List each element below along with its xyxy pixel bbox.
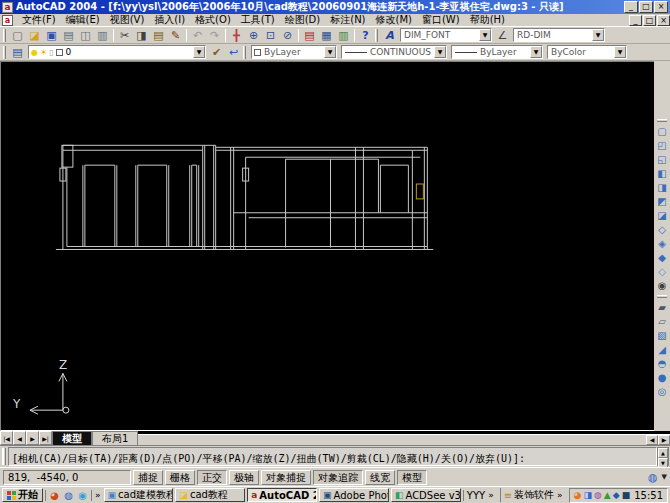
status-toggle-button[interactable]: 模型 bbox=[397, 470, 427, 485]
view-toolbar-button[interactable]: ◈ bbox=[655, 237, 670, 251]
toolbar-button[interactable]: ◫ bbox=[77, 28, 94, 43]
surface-toolbar-button[interactable]: ◢ bbox=[655, 343, 670, 357]
chevron-down-icon[interactable]: ▼ bbox=[479, 29, 491, 41]
menu-item[interactable]: 视图(V) bbox=[105, 13, 150, 27]
help-button[interactable]: ? bbox=[357, 28, 374, 43]
toolbar-button[interactable]: ▢ bbox=[9, 28, 26, 43]
text-style-icon[interactable]: A bbox=[381, 28, 398, 43]
text-style-combo[interactable]: DIM_FONT ▼ bbox=[400, 28, 492, 42]
toolbar-button[interactable]: ↶ bbox=[189, 28, 206, 43]
status-toggle-button[interactable]: 正交 bbox=[197, 470, 227, 485]
tray-icon[interactable]: ▲ bbox=[604, 491, 611, 500]
scroll-left-icon[interactable]: ◀ bbox=[646, 435, 658, 445]
quick-launch-icon[interactable]: ◕ bbox=[48, 490, 61, 501]
menu-item[interactable]: 文件(F) bbox=[17, 13, 61, 27]
status-toggle-button[interactable]: 对象追踪 bbox=[313, 470, 363, 485]
tray-icon[interactable]: ◕ bbox=[574, 491, 582, 500]
chevron-down-icon[interactable]: ▼ bbox=[592, 29, 604, 41]
toolbar-button[interactable]: ◪ bbox=[26, 28, 43, 43]
status-menu-caret-icon[interactable]: ▼ bbox=[662, 473, 667, 481]
view-toolbar-button[interactable]: ◧ bbox=[655, 167, 670, 181]
tab-nav-button[interactable]: ◀ bbox=[13, 431, 26, 445]
command-input[interactable]: [相机(CA)/目标(TA)/距离(D)/点(PO)/平移(PA)/缩放(Z)/… bbox=[8, 447, 657, 466]
view-toolbar-button[interactable]: ◪ bbox=[655, 209, 670, 223]
status-toggle-button[interactable]: 栅格 bbox=[165, 470, 195, 485]
chevron-icon[interactable]: » bbox=[94, 490, 102, 500]
layout-tab[interactable]: 模型 bbox=[52, 431, 92, 445]
quick-launch-icon[interactable]: ◍ bbox=[62, 490, 75, 501]
tab-nav-button[interactable]: ▶| bbox=[39, 431, 52, 445]
taskbar-task-button[interactable]: ◧ ACDSee v3.1... bbox=[391, 488, 461, 502]
toolbar-button[interactable]: ↷ bbox=[206, 28, 223, 43]
view-toolbar-button[interactable]: ◇ bbox=[655, 265, 670, 279]
tray-icon[interactable]: ◆ bbox=[613, 491, 620, 500]
status-toggle-button[interactable]: 对象捕捉 bbox=[261, 470, 311, 485]
view-toolbar-button[interactable]: ◇ bbox=[655, 223, 670, 237]
surface-toolbar-button[interactable]: ▧ bbox=[655, 329, 670, 343]
toolbar-grip[interactable] bbox=[657, 119, 667, 122]
status-toggle-button[interactable]: 极轴 bbox=[229, 470, 259, 485]
scroll-right-icon[interactable]: ▶ bbox=[658, 435, 670, 445]
layer-previous-icon[interactable]: ↩ bbox=[225, 45, 242, 60]
tab-nav-button[interactable]: |◀ bbox=[0, 431, 13, 445]
toolbar-button[interactable]: ⊕ bbox=[245, 28, 262, 43]
desktop-toolbar-decor[interactable]: ≡ 装饰软件 » bbox=[500, 488, 567, 502]
view-toolbar-button[interactable]: ▢ bbox=[655, 125, 670, 139]
toolbar-button[interactable]: ✂ bbox=[116, 28, 133, 43]
menu-item[interactable]: 插入(I) bbox=[149, 13, 190, 27]
scroll-up-icon[interactable]: ▲ bbox=[658, 448, 668, 458]
menu-item[interactable]: 帮助(H) bbox=[465, 13, 510, 27]
status-toggle-button[interactable]: 捕捉 bbox=[133, 470, 163, 485]
toolbar-button[interactable]: ▣ bbox=[43, 28, 60, 43]
chevron-down-icon[interactable]: ▼ bbox=[614, 46, 626, 58]
toolbar-grip[interactable] bbox=[243, 46, 246, 59]
drawing-file-icon[interactable]: a bbox=[2, 15, 13, 26]
start-button[interactable]: 开始 bbox=[2, 488, 43, 502]
layout-tab[interactable]: 布局1 bbox=[92, 431, 138, 445]
surface-toolbar-button[interactable]: ◎ bbox=[655, 385, 670, 399]
toolbar-button[interactable]: ▤ bbox=[60, 28, 77, 43]
toolbar-button[interactable]: ◨ bbox=[133, 28, 150, 43]
layer-combo[interactable]: ● ☀ ▯ 0 ▼ bbox=[28, 45, 206, 59]
toolbar-grip[interactable] bbox=[3, 29, 6, 42]
lineweight-combo[interactable]: ByLayer ▼ bbox=[451, 45, 543, 59]
quick-launch-icon[interactable]: ◉ bbox=[76, 490, 89, 501]
menu-item[interactable]: 编辑(E) bbox=[61, 13, 105, 27]
chevron-down-icon[interactable]: ▼ bbox=[530, 46, 542, 58]
taskbar-task-button[interactable]: ▣ Adobe Photo... bbox=[319, 488, 389, 502]
toolbar-button[interactable]: ✎ bbox=[167, 28, 184, 43]
desktop-toolbar-yyy[interactable]: YYY » bbox=[463, 490, 498, 501]
minimize-button[interactable]: _ bbox=[624, 1, 638, 13]
taskbar-task-button[interactable]: ◪ cad教程 bbox=[175, 488, 245, 502]
toolbar-button[interactable]: ▤ bbox=[301, 28, 318, 43]
surface-toolbar-button[interactable]: ▰ bbox=[655, 301, 670, 315]
autocad-app-icon[interactable]: a bbox=[2, 2, 13, 13]
chevron-down-icon[interactable]: ▼ bbox=[324, 46, 336, 58]
toolbar-grip[interactable] bbox=[3, 46, 6, 59]
dim-style-combo[interactable]: RD-DIM ▼ bbox=[513, 28, 605, 42]
doc-restore-button[interactable]: □ bbox=[643, 15, 656, 26]
menu-item[interactable]: 修改(M) bbox=[371, 13, 417, 27]
menu-item[interactable]: 绘图(D) bbox=[280, 13, 326, 27]
surface-toolbar-button[interactable]: ● bbox=[655, 371, 670, 385]
restore-button[interactable]: □ bbox=[639, 1, 653, 13]
surface-toolbar-button[interactable]: ▱ bbox=[655, 315, 670, 329]
toolbar-button[interactable]: ▦ bbox=[318, 28, 335, 43]
surface-toolbar-button[interactable]: ◓ bbox=[655, 357, 670, 371]
taskbar-task-button[interactable]: a AutoCAD 200... bbox=[247, 488, 317, 502]
tray-icon[interactable]: ◨ bbox=[583, 491, 592, 500]
view-toolbar-button[interactable]: ◰ bbox=[655, 139, 670, 153]
chevron-down-icon[interactable]: ▼ bbox=[193, 46, 205, 58]
plotstyle-combo[interactable]: ByColor ▼ bbox=[547, 45, 627, 59]
toolbar-button[interactable]: ⊘ bbox=[279, 28, 296, 43]
layer-manager-icon[interactable]: ▤ bbox=[9, 45, 26, 60]
chevron-down-icon[interactable]: ▼ bbox=[434, 46, 446, 58]
view-toolbar-button[interactable]: ◩ bbox=[655, 195, 670, 209]
doc-minimize-button[interactable]: _ bbox=[629, 15, 642, 26]
chevron-icon[interactable]: » bbox=[487, 490, 495, 500]
horizontal-scrollbar[interactable]: ◀ ▶ bbox=[138, 431, 670, 445]
view-toolbar-button[interactable]: ◆ bbox=[655, 251, 670, 265]
color-combo[interactable]: ByLayer ▼ bbox=[251, 45, 337, 59]
doc-close-button[interactable]: × bbox=[657, 15, 670, 26]
command-scrollbar[interactable]: ▲ ▼ bbox=[657, 447, 669, 466]
